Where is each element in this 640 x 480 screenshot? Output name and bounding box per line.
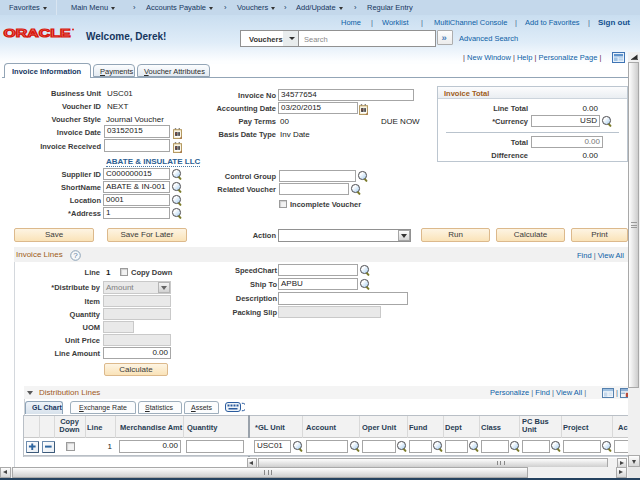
svg-text:ORACLE: ORACLE: [4, 27, 71, 39]
svg-text:?: ?: [73, 251, 78, 260]
